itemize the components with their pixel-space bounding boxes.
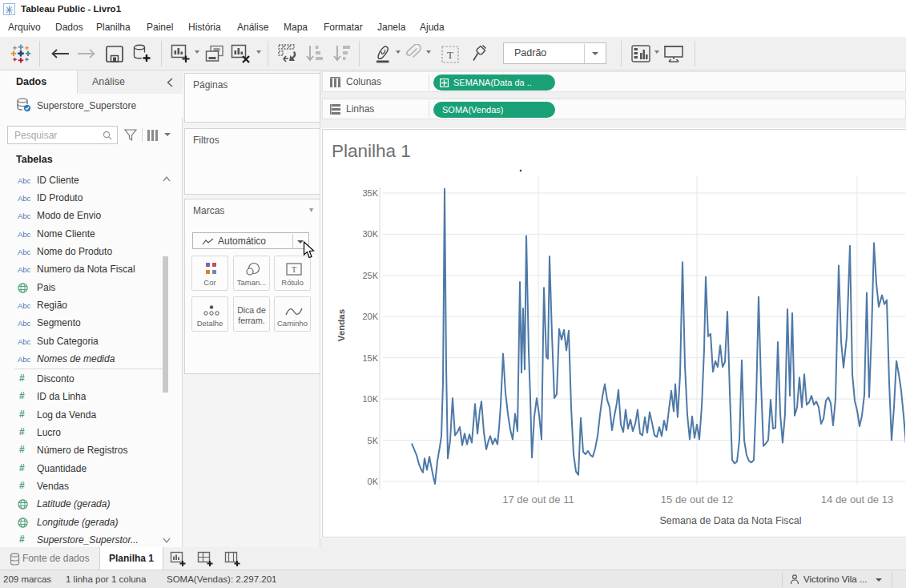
svg-text:Vendas: Vendas <box>336 309 346 341</box>
svg-text:25K: 25K <box>362 271 378 280</box>
svg-text:30K: 30K <box>362 229 378 239</box>
svg-text:35K: 35K <box>362 188 378 198</box>
svg-text:10K: 10K <box>362 394 378 404</box>
svg-text:T: T <box>292 265 296 274</box>
svg-text:15 de out de 12: 15 de out de 12 <box>661 493 733 505</box>
svg-text:20K: 20K <box>362 312 378 321</box>
svg-text:14 de out de 13: 14 de out de 13 <box>821 493 893 505</box>
svg-text:Semana de Data da Nota Fiscal: Semana de Data da Nota Fiscal <box>659 515 801 526</box>
svg-text:0K: 0K <box>368 477 379 486</box>
svg-text:15K: 15K <box>362 353 378 363</box>
svg-text:17 de out de 11: 17 de out de 11 <box>502 493 574 505</box>
svg-text:5K: 5K <box>368 436 379 445</box>
svg-text:T: T <box>447 49 453 61</box>
